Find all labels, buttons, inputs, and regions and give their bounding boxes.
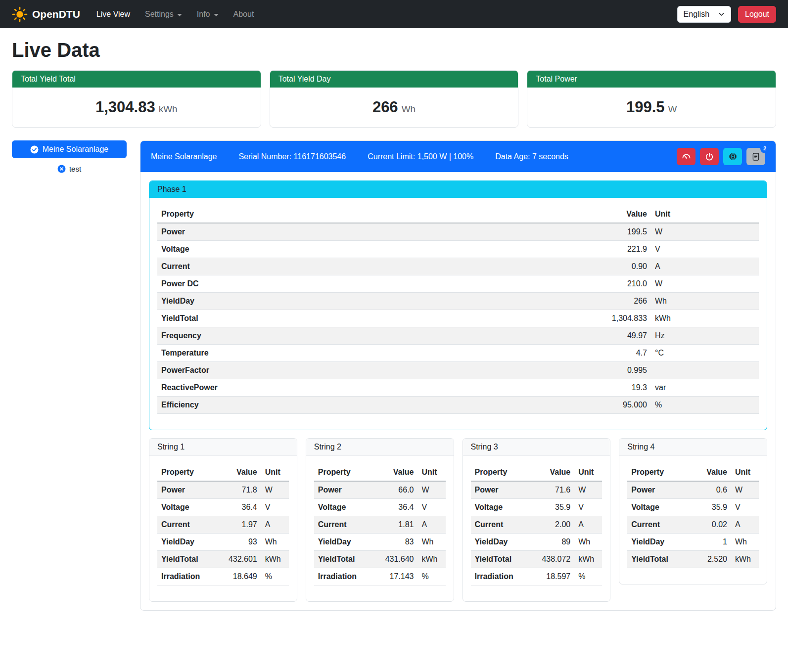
inverter-select-test[interactable]: test [12,165,127,173]
nav-item-settings[interactable]: Settings [138,6,189,23]
string-card-body: PropertyValueUnitPower71.6WVoltage35.9VC… [463,456,610,601]
inverter-select-active[interactable]: Meine Solaranlage [12,140,127,158]
table-row: YieldTotal438.072kWh [471,551,603,568]
property-cell: Current [471,516,529,534]
column-property: Property [157,206,453,223]
table-row: Efficiency95.000% [157,397,759,414]
unit-cell: W [574,481,602,499]
unit-cell: A [418,516,446,534]
property-cell: Efficiency [157,397,453,414]
property-cell: Temperature [157,345,453,362]
property-cell: YieldTotal [157,310,453,327]
table-row: Power71.8W [157,481,289,499]
brand-label: OpenDTU [32,8,80,20]
string-table: PropertyValueUnitPower0.6WVoltage35.9VCu… [627,464,759,568]
property-cell: Voltage [314,499,372,516]
strings-row: String 1PropertyValueUnitPower71.8WVolta… [149,438,767,602]
string-card: String 3PropertyValueUnitPower71.6WVolta… [463,438,611,602]
property-cell: Current [314,516,372,534]
total-yield-day-card: Total Yield Day 266Wh [270,70,519,128]
column-value: Value [372,464,417,481]
logout-button[interactable]: Logout [738,6,776,23]
unit-cell: A [261,516,289,534]
unit-cell: V [574,499,602,516]
event-log-button[interactable]: 2 [746,148,765,165]
value-cell: 266 [453,293,651,310]
table-row: Frequency49.97Hz [157,327,759,345]
table-row: YieldTotal1,304.833kWh [157,310,759,327]
card-body: 199.5W [527,88,776,127]
top-navbar: OpenDTU Live View Settings Info About En… [0,0,788,28]
nav-item-about[interactable]: About [226,6,262,23]
unit-cell: W [731,481,759,499]
value-cell: 0.02 [691,516,731,534]
language-select[interactable]: English [677,6,731,23]
value-cell: 35.9 [691,499,731,516]
unit-cell: % [418,568,446,585]
property-cell: Power [314,481,372,499]
column-property: Property [157,464,216,481]
limit-settings-button[interactable] [677,148,695,165]
table-row: PowerFactor0.995 [157,362,759,379]
brand-home-link[interactable]: OpenDTU [12,6,80,22]
table-row: Voltage36.4V [314,499,446,516]
column-unit: Unit [651,206,759,223]
table-row: Power66.0W [314,481,446,499]
table-row: Current2.00A [471,516,603,534]
card-value: 1,304.83 [95,98,155,116]
property-cell: ReactivePower [157,379,453,397]
property-cell: Voltage [157,241,453,258]
card-value: 199.5 [626,98,665,116]
property-cell: YieldDay [157,534,216,551]
table-row: ReactivePower19.3var [157,379,759,397]
property-cell: YieldDay [157,293,453,310]
table-header-row: PropertyValueUnit [471,464,603,481]
property-cell: Current [157,516,216,534]
unit-cell: % [574,568,602,585]
table-row: Temperature4.7°C [157,345,759,362]
property-cell: Irradiation [157,568,216,585]
table-row: Power71.6W [471,481,603,499]
string-title: String 4 [619,439,767,456]
unit-cell: °C [651,345,759,362]
property-cell: YieldTotal [157,551,216,568]
unit-cell: W [651,223,759,241]
property-cell: YieldDay [314,534,372,551]
property-cell: Power [627,481,691,499]
unit-cell: V [731,499,759,516]
property-cell: PowerFactor [157,362,453,379]
unit-cell: W [418,481,446,499]
property-cell: YieldTotal [471,551,529,568]
table-row: Power0.6W [627,481,759,499]
table-row: Voltage35.9V [471,499,603,516]
nav-item-live-view[interactable]: Live View [89,6,138,23]
property-cell: YieldDay [627,534,691,551]
inverter-panel-body: Phase 1 Property Value Unit Power199.5WV… [140,172,776,610]
inverter-sidebar: Meine Solaranlage test [12,140,127,173]
nav-item-info[interactable]: Info [189,6,226,23]
string-table: PropertyValueUnitPower71.8WVoltage36.4VC… [157,464,289,585]
inverter-button-label: Meine Solaranlage [43,145,108,154]
table-row: YieldTotal432.601kWh [157,551,289,568]
unit-cell: V [651,241,759,258]
column-property: Property [471,464,529,481]
nav-item-label: Info [197,10,210,19]
navbar-right: English Logout [677,6,776,23]
table-row: Current0.02A [627,516,759,534]
value-cell: 17.143 [372,568,417,585]
nav-links: Live View Settings Info About [89,6,262,23]
string-table: PropertyValueUnitPower66.0WVoltage36.4VC… [314,464,446,585]
table-row: YieldDay83Wh [314,534,446,551]
cpu-chip-icon [728,152,738,161]
power-toggle-button[interactable] [700,148,719,165]
table-row: Voltage36.4V [157,499,289,516]
main-content: Meine Solaranlage test Meine Solaranlage… [12,140,776,611]
column-unit: Unit [261,464,289,481]
value-cell: 2.520 [691,551,731,568]
device-info-button[interactable] [723,148,742,165]
unit-cell: % [651,397,759,414]
column-unit: Unit [574,464,602,481]
string-card-body: PropertyValueUnitPower71.8WVoltage36.4VC… [149,456,297,601]
value-cell: 83 [372,534,417,551]
unit-cell [651,362,759,379]
